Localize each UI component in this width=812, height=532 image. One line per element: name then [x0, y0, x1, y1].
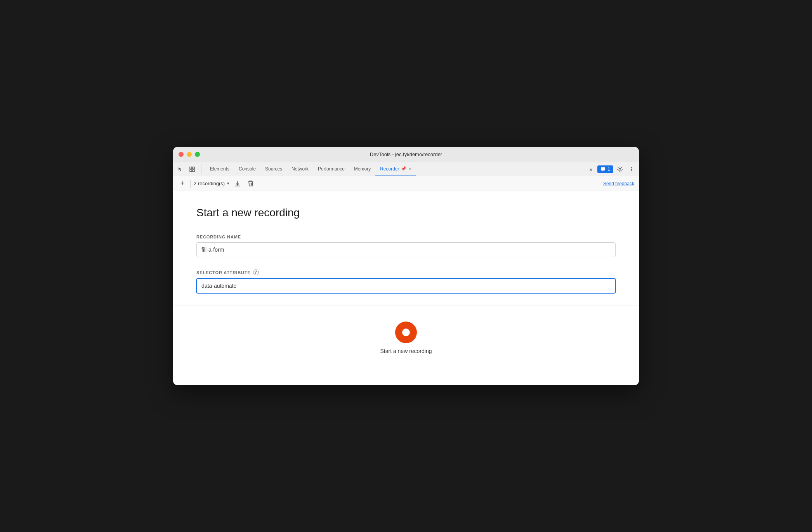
selector-attribute-input[interactable]: [196, 278, 616, 293]
send-feedback-link[interactable]: Send feedback: [603, 181, 634, 186]
dropdown-arrow-icon: ▾: [227, 181, 229, 186]
pin-icon: 📌: [401, 166, 406, 171]
chat-button[interactable]: 1: [597, 165, 613, 173]
toolbar-divider: [190, 180, 191, 188]
tab-elements[interactable]: Elements: [205, 162, 234, 176]
help-icon[interactable]: ?: [253, 269, 259, 275]
selector-attribute-label: SELECTOR ATTRIBUTE ?: [196, 269, 616, 275]
recordings-dropdown[interactable]: 2 recording(s) ▾: [194, 181, 229, 186]
tab-console[interactable]: Console: [234, 162, 260, 176]
svg-rect-2: [190, 170, 192, 172]
tab-close-icon[interactable]: ✕: [408, 167, 411, 171]
record-section: Start a new recording: [196, 306, 616, 362]
minimize-button[interactable]: [187, 152, 192, 157]
svg-rect-3: [193, 170, 194, 172]
svg-point-7: [631, 170, 632, 171]
toolbar: + 2 recording(s) ▾ Send feedback: [173, 176, 639, 191]
close-button[interactable]: [179, 152, 184, 157]
maximize-button[interactable]: [195, 152, 200, 157]
tab-performance[interactable]: Performance: [313, 162, 349, 176]
delete-button[interactable]: [246, 179, 256, 189]
recording-name-input[interactable]: [196, 242, 616, 257]
cursor-icon[interactable]: [175, 164, 186, 174]
tab-icon-group: [175, 164, 201, 174]
record-inner-circle: [402, 329, 410, 336]
titlebar: DevTools - jec.fyi/demo/recorder: [173, 147, 639, 162]
record-button-label: Start a new recording: [380, 348, 432, 354]
tab-network[interactable]: Network: [287, 162, 313, 176]
main-content: Start a new recording RECORDING NAME SEL…: [173, 191, 639, 385]
inspect-icon[interactable]: [187, 164, 197, 174]
devtools-window: DevTools - jec.fyi/demo/recorder Element…: [173, 147, 639, 385]
tab-more-group: » 1: [586, 164, 637, 174]
svg-point-6: [631, 169, 632, 169]
devtools-tabs: Elements Console Sources Network Perform…: [173, 162, 639, 176]
add-recording-button[interactable]: +: [178, 179, 187, 188]
svg-point-5: [631, 167, 632, 168]
recording-name-label: RECORDING NAME: [196, 235, 616, 239]
svg-rect-0: [190, 167, 192, 169]
more-tabs-button[interactable]: »: [586, 164, 596, 174]
tab-sources[interactable]: Sources: [260, 162, 287, 176]
kebab-menu-icon[interactable]: [626, 164, 637, 174]
start-recording-button[interactable]: [395, 322, 417, 343]
selector-attribute-group: SELECTOR ATTRIBUTE ?: [196, 269, 616, 293]
svg-point-4: [619, 168, 621, 170]
tab-recorder[interactable]: Recorder 📌 ✕: [375, 162, 416, 176]
traffic-lights: [179, 152, 200, 157]
svg-rect-1: [193, 167, 194, 169]
recording-name-group: RECORDING NAME: [196, 235, 616, 257]
page-title: Start a new recording: [196, 207, 616, 219]
export-button[interactable]: [232, 179, 243, 189]
window-title: DevTools - jec.fyi/demo/recorder: [370, 151, 442, 157]
tab-memory[interactable]: Memory: [349, 162, 375, 176]
settings-icon[interactable]: [615, 164, 625, 174]
